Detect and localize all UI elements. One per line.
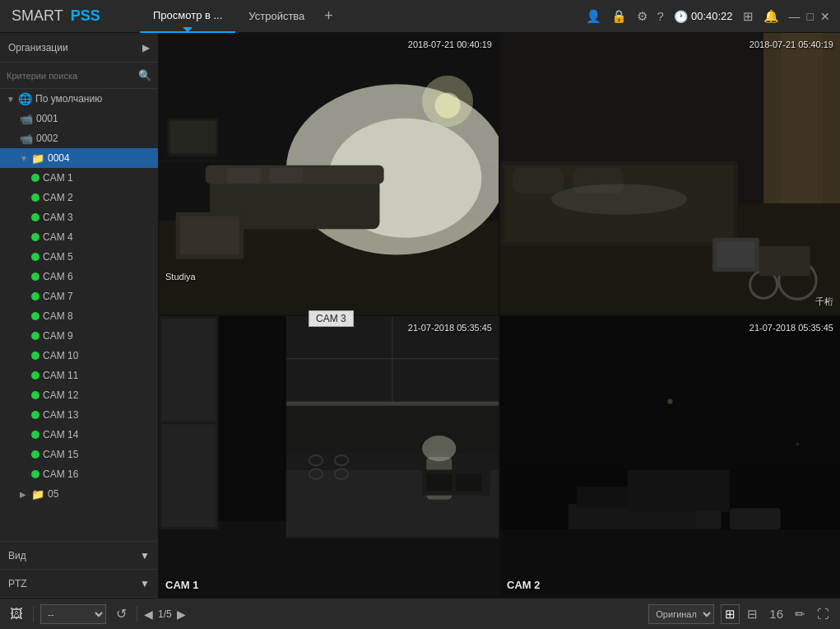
record-select[interactable]: --: [40, 604, 106, 624]
layout-16-button[interactable]: 16: [765, 604, 787, 623]
cam-dot-14: [31, 431, 39, 439]
sidebar: Организации ▶ 🔍 ▼ 🌐 По умолчанию 📹 0001 …: [0, 33, 159, 598]
tab-preview[interactable]: Просмотр в ...: [140, 0, 235, 33]
layout-9-button[interactable]: ⊟: [743, 604, 762, 624]
bell-icon[interactable]: 🔔: [763, 9, 779, 24]
tree-cam-6[interactable]: CAM 6: [0, 267, 158, 287]
cam-sublabel-top-left: Studiya: [165, 272, 196, 282]
tree-cam-1[interactable]: CAM 1: [0, 168, 158, 188]
fullscreen-button[interactable]: ⛶: [813, 604, 833, 623]
search-input[interactable]: [7, 71, 133, 81]
svg-point-61: [796, 442, 799, 445]
expand-icon: ▼: [7, 95, 15, 104]
expand-icon-0004: ▼: [20, 154, 28, 163]
tree-cam-13[interactable]: CAM 13: [0, 405, 158, 425]
tree-cam-8[interactable]: CAM 8: [0, 306, 158, 326]
cam-dot-1: [31, 174, 39, 182]
svg-rect-53: [456, 474, 481, 492]
logo-smart: SMART: [12, 7, 63, 25]
logo-pss: PSS: [71, 7, 100, 25]
time-display: 🕐 00:40:22: [674, 10, 733, 23]
search-icon[interactable]: 🔍: [138, 69, 151, 82]
edit-layout-button[interactable]: ✏: [791, 604, 810, 624]
cam-dot-13: [31, 411, 39, 419]
add-tab-button[interactable]: +: [318, 7, 340, 25]
nav-tabs: Просмотр в ... Устройства +: [132, 0, 586, 33]
bottom-toolbar: 🖼 -- ↺ ◀ 1/5 ▶ Оригинал ⊞ ⊟ 16 ✏ ⛶: [0, 598, 840, 629]
view-mode-select[interactable]: Оригинал: [648, 604, 714, 624]
tree-cam-14[interactable]: CAM 14: [0, 425, 158, 445]
close-button[interactable]: ✕: [820, 10, 830, 23]
cam-timestamp-top-right: 2018-07-21 05:40:19: [750, 40, 833, 49]
cam-dot-6: [31, 273, 39, 281]
svg-rect-48: [286, 406, 499, 453]
page-prev-button[interactable]: ◀: [144, 608, 153, 621]
camera-cell-bottom-right[interactable]: 21-07-2018 05:35:45 CAM 2: [500, 316, 840, 598]
svg-rect-24: [513, 168, 564, 193]
sidebar-bottom: Вид ▼ PTZ ▼: [0, 541, 158, 598]
cam-dot-8: [31, 312, 39, 320]
refresh-button[interactable]: ↺: [113, 604, 130, 623]
minimize-button[interactable]: —: [789, 10, 801, 23]
cam-dot-16: [31, 470, 39, 478]
folder-icon-0004: 📁: [31, 152, 44, 165]
cam-timestamp-top-left: 2018-07-21 00:40:19: [408, 40, 492, 49]
svg-rect-55: [500, 529, 840, 598]
camera-scene-top-right: [500, 33, 840, 314]
svg-rect-29: [759, 246, 810, 276]
main-layout: Организации ▶ 🔍 ▼ 🌐 По умолчанию 📹 0001 …: [0, 33, 840, 598]
tree-cam-11[interactable]: CAM 11: [0, 366, 158, 385]
network-icon: 🌐: [18, 92, 32, 105]
top-bar: SMART PSS Просмотр в ... Устройства + 👤 …: [0, 0, 840, 33]
ptz-dropdown-arrow: ▼: [140, 578, 150, 589]
tab-devices[interactable]: Устройства: [235, 0, 318, 33]
svg-rect-46: [161, 425, 216, 527]
lock-icon[interactable]: 🔒: [611, 9, 627, 24]
tree-cam-10[interactable]: CAM 10: [0, 346, 158, 366]
tree-device-0001[interactable]: 📹 0001: [0, 109, 158, 128]
cam-dot-3: [31, 213, 39, 221]
tree-cam-2[interactable]: CAM 2: [0, 188, 158, 207]
tree-cam-4[interactable]: CAM 4: [0, 227, 158, 247]
tree-cam-16[interactable]: CAM 16: [0, 464, 158, 484]
tree-cam-9[interactable]: CAM 9: [0, 326, 158, 346]
page-next-button[interactable]: ▶: [177, 608, 186, 621]
tree-folder-0004[interactable]: ▼ 📁 0004: [0, 148, 158, 168]
cam-dot-10: [31, 352, 39, 360]
help-icon[interactable]: ?: [657, 9, 664, 23]
folder-icon-05: 📁: [31, 488, 44, 501]
maximize-button[interactable]: □: [807, 10, 814, 23]
cam-corner-top-right: 千桁: [815, 296, 833, 308]
tree-cam-12[interactable]: CAM 12: [0, 385, 158, 405]
sidebar-header: Организации ▶: [0, 33, 158, 63]
tree-cam-7[interactable]: CAM 7: [0, 287, 158, 306]
tree-cam-5[interactable]: CAM 5: [0, 247, 158, 267]
tree-cam-3[interactable]: CAM 3: [0, 207, 158, 227]
toolbar-separator-2: [137, 606, 137, 622]
tree-device-0002[interactable]: 📹 0002: [0, 128, 158, 148]
camera-cell-bottom-left[interactable]: 21-07-2018 05:35:45 CAM 1: [159, 316, 499, 598]
svg-rect-59: [500, 316, 840, 470]
tree-folder-05[interactable]: ▶ 📁 05: [0, 484, 158, 504]
cam-dot-5: [31, 253, 39, 261]
view-dropdown-arrow: ▼: [140, 550, 150, 561]
sidebar-expand-icon[interactable]: ▶: [142, 42, 150, 54]
svg-rect-52: [426, 474, 452, 492]
cam-label-bottom-left: CAM 1: [165, 579, 198, 591]
camera-scene-bottom-right: [500, 316, 840, 598]
camera-grid: 2018-07-21 00:40:19 Studiya: [159, 33, 840, 598]
cam-dot-2: [31, 193, 39, 202]
snapshot-button[interactable]: 🖼: [7, 605, 26, 623]
tree-group-default[interactable]: ▼ 🌐 По умолчанию: [0, 89, 158, 109]
user-icon[interactable]: 👤: [586, 9, 601, 24]
camera-grid-icon[interactable]: ⊞: [743, 9, 754, 24]
view-dropdown[interactable]: Вид ▼: [0, 542, 158, 570]
layout-4-button[interactable]: ⊞: [721, 604, 740, 624]
layout-buttons: ⊞ ⊟ 16 ✏ ⛶: [721, 604, 833, 624]
tree-cam-15[interactable]: CAM 15: [0, 445, 158, 464]
ptz-dropdown[interactable]: PTZ ▼: [0, 570, 158, 598]
camera-cell-top-right[interactable]: 2018-07-21 05:40:19 千桁: [500, 33, 840, 314]
camera-cell-top-left[interactable]: 2018-07-21 00:40:19 Studiya: [159, 33, 499, 314]
expand-icon-05: ▶: [20, 490, 28, 499]
settings-icon[interactable]: ⚙: [637, 9, 647, 24]
